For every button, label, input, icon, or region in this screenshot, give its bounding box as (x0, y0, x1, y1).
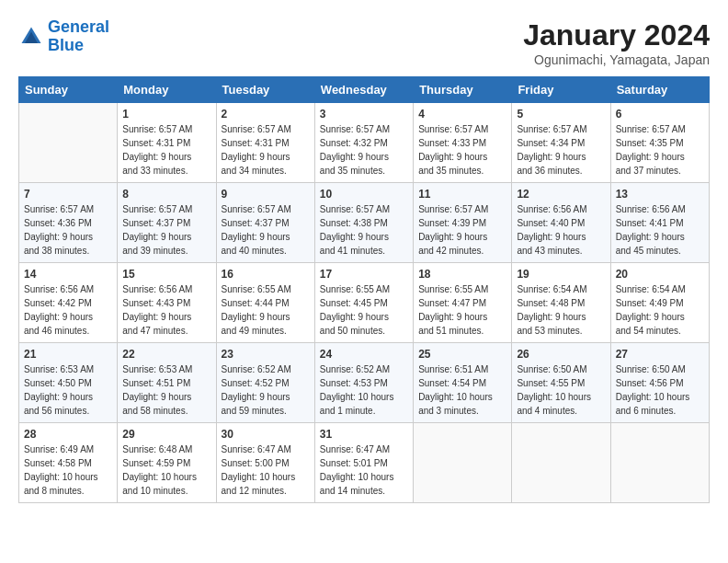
day-number: 7 (24, 188, 112, 201)
day-info: Sunrise: 6:54 AM Sunset: 4:49 PM Dayligh… (616, 282, 704, 338)
day-info: Sunrise: 6:57 AM Sunset: 4:38 PM Dayligh… (320, 202, 408, 258)
logo-icon (18, 24, 44, 50)
calendar-cell: 10Sunrise: 6:57 AM Sunset: 4:38 PM Dayli… (314, 183, 413, 263)
day-info: Sunrise: 6:55 AM Sunset: 4:47 PM Dayligh… (418, 282, 506, 338)
calendar-cell: 13Sunrise: 6:56 AM Sunset: 4:41 PM Dayli… (610, 183, 709, 263)
day-number: 29 (122, 428, 210, 441)
day-number: 21 (24, 348, 112, 361)
day-info: Sunrise: 6:55 AM Sunset: 4:45 PM Dayligh… (320, 282, 408, 338)
day-number: 22 (122, 348, 210, 361)
calendar-cell: 30Sunrise: 6:47 AM Sunset: 5:00 PM Dayli… (216, 423, 314, 503)
day-number: 31 (320, 428, 408, 441)
day-info: Sunrise: 6:57 AM Sunset: 4:32 PM Dayligh… (320, 122, 408, 178)
calendar-cell: 15Sunrise: 6:56 AM Sunset: 4:43 PM Dayli… (118, 263, 216, 343)
day-number: 28 (24, 428, 112, 441)
day-number: 8 (122, 188, 210, 201)
calendar-cell (512, 423, 610, 503)
calendar-cell: 25Sunrise: 6:51 AM Sunset: 4:54 PM Dayli… (414, 343, 512, 423)
day-number: 3 (320, 108, 408, 121)
calendar-cell: 26Sunrise: 6:50 AM Sunset: 4:55 PM Dayli… (512, 343, 610, 423)
calendar-cell: 8Sunrise: 6:57 AM Sunset: 4:37 PM Daylig… (118, 183, 216, 263)
calendar-cell: 3Sunrise: 6:57 AM Sunset: 4:32 PM Daylig… (314, 103, 413, 183)
day-number: 9 (222, 188, 310, 201)
day-number: 14 (24, 268, 112, 281)
day-number: 4 (418, 108, 506, 121)
weekday-header-saturday: Saturday (610, 77, 709, 103)
calendar-cell: 17Sunrise: 6:55 AM Sunset: 4:45 PM Dayli… (314, 263, 413, 343)
calendar-cell: 9Sunrise: 6:57 AM Sunset: 4:37 PM Daylig… (216, 183, 314, 263)
calendar-cell: 27Sunrise: 6:50 AM Sunset: 4:56 PM Dayli… (610, 343, 709, 423)
calendar-cell: 1Sunrise: 6:57 AM Sunset: 4:31 PM Daylig… (118, 103, 216, 183)
day-info: Sunrise: 6:57 AM Sunset: 4:33 PM Dayligh… (418, 122, 506, 178)
day-number: 15 (122, 268, 210, 281)
day-info: Sunrise: 6:57 AM Sunset: 4:37 PM Dayligh… (122, 202, 210, 258)
weekday-header-monday: Monday (118, 77, 216, 103)
calendar-cell: 28Sunrise: 6:49 AM Sunset: 4:58 PM Dayli… (19, 423, 118, 503)
day-info: Sunrise: 6:56 AM Sunset: 4:42 PM Dayligh… (24, 282, 112, 338)
calendar-cell: 16Sunrise: 6:55 AM Sunset: 4:44 PM Dayli… (216, 263, 314, 343)
calendar-cell: 23Sunrise: 6:52 AM Sunset: 4:52 PM Dayli… (216, 343, 314, 423)
calendar-cell: 19Sunrise: 6:54 AM Sunset: 4:48 PM Dayli… (512, 263, 610, 343)
logo-text: General Blue (48, 18, 109, 55)
calendar-week-row: 21Sunrise: 6:53 AM Sunset: 4:50 PM Dayli… (19, 343, 710, 423)
day-info: Sunrise: 6:56 AM Sunset: 4:41 PM Dayligh… (616, 202, 704, 258)
day-info: Sunrise: 6:57 AM Sunset: 4:37 PM Dayligh… (222, 202, 310, 258)
weekday-header-thursday: Thursday (414, 77, 512, 103)
calendar-cell: 31Sunrise: 6:47 AM Sunset: 5:01 PM Dayli… (314, 423, 413, 503)
day-info: Sunrise: 6:51 AM Sunset: 4:54 PM Dayligh… (418, 362, 506, 418)
day-number: 25 (418, 348, 506, 361)
day-info: Sunrise: 6:56 AM Sunset: 4:40 PM Dayligh… (517, 202, 605, 258)
calendar-week-row: 28Sunrise: 6:49 AM Sunset: 4:58 PM Dayli… (19, 423, 710, 503)
day-number: 5 (517, 108, 605, 121)
calendar-cell: 11Sunrise: 6:57 AM Sunset: 4:39 PM Dayli… (414, 183, 512, 263)
calendar-week-row: 14Sunrise: 6:56 AM Sunset: 4:42 PM Dayli… (19, 263, 710, 343)
day-info: Sunrise: 6:57 AM Sunset: 4:31 PM Dayligh… (222, 122, 310, 178)
day-number: 13 (616, 188, 704, 201)
day-info: Sunrise: 6:53 AM Sunset: 4:51 PM Dayligh… (122, 362, 210, 418)
calendar-cell (19, 103, 118, 183)
location-subtitle: Ogunimachi, Yamagata, Japan (523, 52, 710, 67)
day-number: 23 (222, 348, 310, 361)
day-number: 16 (222, 268, 310, 281)
day-info: Sunrise: 6:53 AM Sunset: 4:50 PM Dayligh… (24, 362, 112, 418)
day-number: 10 (320, 188, 408, 201)
page-header: General Blue January 2024 Ogunimachi, Ya… (18, 18, 710, 67)
day-number: 19 (517, 268, 605, 281)
calendar-table: SundayMondayTuesdayWednesdayThursdayFrid… (18, 76, 710, 503)
day-info: Sunrise: 6:52 AM Sunset: 4:53 PM Dayligh… (320, 362, 408, 418)
day-info: Sunrise: 6:57 AM Sunset: 4:36 PM Dayligh… (24, 202, 112, 258)
day-number: 26 (517, 348, 605, 361)
day-info: Sunrise: 6:55 AM Sunset: 4:44 PM Dayligh… (222, 282, 310, 338)
calendar-cell: 6Sunrise: 6:57 AM Sunset: 4:35 PM Daylig… (610, 103, 709, 183)
logo-line2: Blue (48, 36, 84, 54)
day-number: 27 (616, 348, 704, 361)
calendar-cell: 18Sunrise: 6:55 AM Sunset: 4:47 PM Dayli… (414, 263, 512, 343)
weekday-header-friday: Friday (512, 77, 610, 103)
calendar-cell: 14Sunrise: 6:56 AM Sunset: 4:42 PM Dayli… (19, 263, 118, 343)
day-info: Sunrise: 6:49 AM Sunset: 4:58 PM Dayligh… (24, 442, 112, 498)
day-number: 24 (320, 348, 408, 361)
calendar-cell (610, 423, 709, 503)
day-number: 30 (222, 428, 310, 441)
day-number: 11 (418, 188, 506, 201)
weekday-header-wednesday: Wednesday (314, 77, 413, 103)
day-info: Sunrise: 6:47 AM Sunset: 5:01 PM Dayligh… (320, 442, 408, 498)
day-info: Sunrise: 6:48 AM Sunset: 4:59 PM Dayligh… (122, 442, 210, 498)
day-number: 18 (418, 268, 506, 281)
calendar-cell: 5Sunrise: 6:57 AM Sunset: 4:34 PM Daylig… (512, 103, 610, 183)
day-info: Sunrise: 6:57 AM Sunset: 4:34 PM Dayligh… (517, 122, 605, 178)
day-info: Sunrise: 6:57 AM Sunset: 4:39 PM Dayligh… (418, 202, 506, 258)
calendar-cell: 22Sunrise: 6:53 AM Sunset: 4:51 PM Dayli… (118, 343, 216, 423)
logo-line1: General (48, 17, 109, 36)
calendar-week-row: 1Sunrise: 6:57 AM Sunset: 4:31 PM Daylig… (19, 103, 710, 183)
calendar-cell: 7Sunrise: 6:57 AM Sunset: 4:36 PM Daylig… (19, 183, 118, 263)
day-info: Sunrise: 6:52 AM Sunset: 4:52 PM Dayligh… (222, 362, 310, 418)
weekday-header-sunday: Sunday (19, 77, 118, 103)
calendar-cell (414, 423, 512, 503)
calendar-cell: 24Sunrise: 6:52 AM Sunset: 4:53 PM Dayli… (314, 343, 413, 423)
weekday-header-tuesday: Tuesday (216, 77, 314, 103)
day-info: Sunrise: 6:50 AM Sunset: 4:56 PM Dayligh… (616, 362, 704, 418)
day-info: Sunrise: 6:57 AM Sunset: 4:35 PM Dayligh… (616, 122, 704, 178)
calendar-cell: 4Sunrise: 6:57 AM Sunset: 4:33 PM Daylig… (414, 103, 512, 183)
title-block: January 2024 Ogunimachi, Yamagata, Japan (523, 18, 710, 67)
